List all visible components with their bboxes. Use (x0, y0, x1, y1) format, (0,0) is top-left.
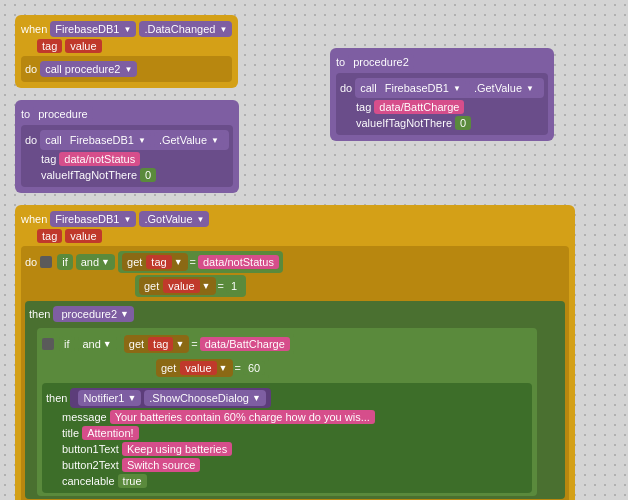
tag-param: tag (37, 39, 62, 53)
to-label2: to (336, 56, 345, 68)
tag-value: data/notStatus (59, 152, 140, 166)
eq-block3: get tag ▼ = data/BattCharge (120, 333, 294, 355)
title-value: Attention! (82, 426, 138, 440)
value-param2: value (65, 229, 101, 243)
eq-block2: get value ▼ = 1 (135, 275, 246, 297)
if2-label[interactable]: if (59, 336, 75, 352)
button1-value: Keep using batteries (122, 442, 232, 456)
eq-block1: get tag ▼ = data/notStatus (118, 251, 283, 273)
battcharge-value: data/BattCharge (200, 337, 290, 351)
notifier1-label[interactable]: Notifier1 ▼ (78, 390, 141, 406)
tag-var1: tag (146, 255, 171, 269)
zero-value: 0 (140, 168, 156, 182)
tag-label2: tag (356, 101, 371, 113)
firebase2-getvalue[interactable]: FirebaseDB1 ▼ (380, 80, 466, 96)
when-label2: when (21, 213, 47, 225)
notStatus-value: data/notStatus (198, 255, 279, 269)
value-param: value (65, 39, 101, 53)
dialog-method[interactable]: .ShowChooseDialog ▼ (144, 390, 266, 406)
title-label: title (62, 427, 79, 439)
message-value: Your batteries contain 60% charge how do… (110, 410, 375, 424)
zero-value2: 0 (455, 116, 471, 130)
tag-label: tag (41, 153, 56, 165)
get-tag1[interactable]: get tag ▼ (122, 253, 188, 271)
do-label3: do (340, 82, 352, 94)
and2-label[interactable]: and ▼ (78, 336, 117, 352)
event-label[interactable]: .DataChanged ▼ (139, 21, 232, 37)
button2-label: button2Text (62, 459, 119, 471)
and-label[interactable]: and ▼ (76, 254, 115, 270)
to-procedure-block: to procedure do call FirebaseDB1 ▼ .GetV… (15, 100, 239, 193)
firebase-getvalue[interactable]: FirebaseDB1 ▼ (65, 132, 151, 148)
do-label2: do (25, 134, 37, 146)
to-procedure2-block: to procedure2 do call FirebaseDB1 ▼ .Get… (330, 48, 554, 141)
if-label[interactable]: if (57, 254, 73, 270)
valueiftagnotthere-label2: valueIfTagNotThere (356, 117, 452, 129)
firebase-db1-label[interactable]: FirebaseDB1 ▼ (50, 21, 136, 37)
valueiftagnotthere-label: valueIfTagNotThere (41, 169, 137, 181)
firebase-gotvalue[interactable]: FirebaseDB1 ▼ (50, 211, 136, 227)
when-label: when (21, 23, 47, 35)
eq-block4: get value ▼ = 60 (152, 357, 269, 379)
cancelable-value: true (118, 474, 147, 488)
checkbox1[interactable] (40, 256, 52, 268)
message-label: message (62, 411, 107, 423)
value-1: 1 (226, 279, 242, 293)
value-var2: value (180, 361, 216, 375)
do-label4: do (25, 256, 37, 268)
procedure2-name[interactable]: procedure2 (348, 54, 414, 70)
then-label: then (29, 308, 50, 320)
value-60: 60 (243, 361, 265, 375)
call-procedure2[interactable]: call procedure2 ▼ (40, 61, 137, 77)
call-notifier-dialog[interactable]: Notifier1 ▼ .ShowChooseDialog ▼ (70, 388, 270, 408)
button1-label: button1Text (62, 443, 119, 455)
then2-label: then (46, 392, 67, 404)
call-firebase-getvalue[interactable]: call FirebaseDB1 ▼ .GetValue ▼ (40, 130, 229, 150)
do-label: do (25, 63, 37, 75)
procedure-name[interactable]: procedure (33, 106, 93, 122)
getvalue-method[interactable]: .GetValue ▼ (154, 132, 224, 148)
get-tag2[interactable]: get tag ▼ (124, 335, 190, 353)
tag-value2: data/BattCharge (374, 100, 464, 114)
get-value1[interactable]: get value ▼ (139, 277, 216, 295)
checkbox2[interactable] (42, 338, 54, 350)
to-label: to (21, 108, 30, 120)
when-gotvalue-block: when FirebaseDB1 ▼ .GotValue ▼ tag value… (15, 205, 575, 500)
value-var1: value (163, 279, 199, 293)
cancelable-label: cancelable (62, 475, 115, 487)
call-firebase2-getvalue[interactable]: call FirebaseDB1 ▼ .GetValue ▼ (355, 78, 544, 98)
getvalue2-method[interactable]: .GetValue ▼ (469, 80, 539, 96)
call-procedure2-inner[interactable]: procedure2 ▼ (53, 306, 134, 322)
get-value2[interactable]: get value ▼ (156, 359, 233, 377)
gotvalue-event[interactable]: .GotValue ▼ (139, 211, 209, 227)
tag-var2: tag (148, 337, 173, 351)
tag-param2: tag (37, 229, 62, 243)
button2-value: Switch source (122, 458, 200, 472)
when-datachanged-block: when FirebaseDB1 ▼ .DataChanged ▼ tag va… (15, 15, 238, 88)
